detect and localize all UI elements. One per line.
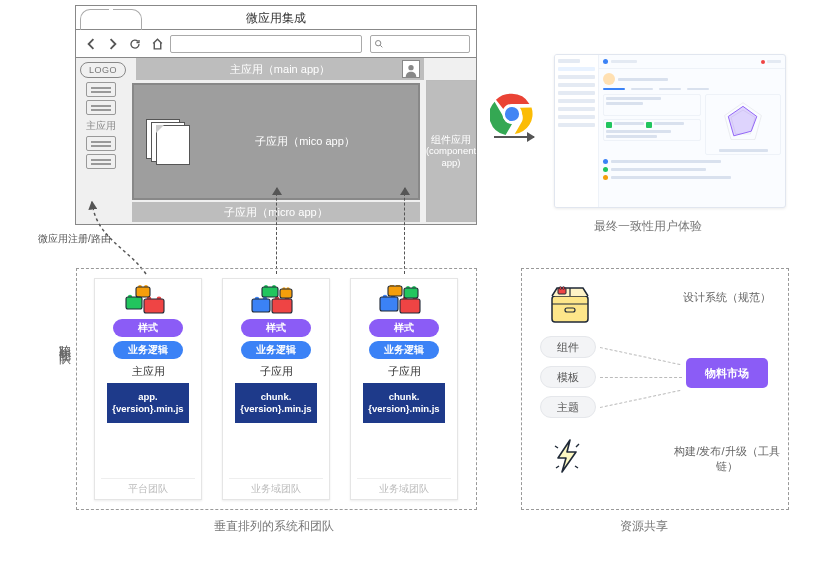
browser-toolbar xyxy=(76,30,476,58)
svg-marker-7 xyxy=(728,106,757,135)
app-name-label: 子应用 xyxy=(260,364,293,379)
svg-rect-36 xyxy=(380,297,398,311)
home-icon[interactable] xyxy=(148,35,166,53)
logic-pill: 业务逻辑 xyxy=(241,341,311,359)
main-app-label: 主应用（main app） xyxy=(136,58,424,80)
avatar-icon[interactable] xyxy=(402,60,420,78)
svg-rect-8 xyxy=(126,297,142,309)
team-column: 样式 业务逻辑 主应用 app.{version}.min.js 平台团队 xyxy=(94,278,202,500)
team-name: 业务域团队 xyxy=(229,478,323,497)
style-pill: 样式 xyxy=(241,319,311,337)
sidebar: 主应用 xyxy=(80,82,122,169)
bundle-box: chunk.{version}.min.js xyxy=(235,383,317,423)
svg-rect-29 xyxy=(280,289,292,298)
svg-rect-42 xyxy=(388,286,402,296)
sidebar-item[interactable] xyxy=(86,100,116,115)
register-route-label: 微应用注册/路由 xyxy=(38,232,111,246)
result-caption: 最终一致性用户体验 xyxy=(594,218,702,235)
mico-app-block: 子应用（mico app） xyxy=(132,83,420,200)
ds-pill-template: 模板 xyxy=(540,366,596,388)
preview-body xyxy=(599,69,785,207)
arrow-right-icon xyxy=(494,136,534,138)
svg-point-55 xyxy=(562,287,565,290)
refresh-icon[interactable] xyxy=(126,35,144,53)
documents-stack-icon xyxy=(146,119,192,165)
team-name: 业务域团队 xyxy=(357,478,451,497)
resources-caption: 资源共享 xyxy=(620,518,668,535)
svg-point-1 xyxy=(408,65,413,70)
teams-caption: 垂直排列的系统和团队 xyxy=(214,518,334,535)
sidebar-item[interactable] xyxy=(86,82,116,97)
url-input[interactable] xyxy=(170,35,362,53)
browser-title: 微应用集成 xyxy=(246,11,306,25)
preview-sidebar xyxy=(555,55,599,207)
bundle-box: app.{version}.min.js xyxy=(107,383,189,423)
svg-rect-20 xyxy=(252,299,270,312)
search-input[interactable] xyxy=(370,35,470,53)
arrow-col2-up xyxy=(276,188,277,274)
design-system-label: 设计系统（规范） xyxy=(672,290,782,305)
svg-point-0 xyxy=(376,40,381,45)
tab-curve-icon xyxy=(80,8,142,30)
logic-pill: 业务逻辑 xyxy=(113,341,183,359)
svg-rect-23 xyxy=(272,299,292,313)
ds-pill-theme: 主题 xyxy=(540,396,596,418)
app-name-label: 子应用 xyxy=(388,364,421,379)
app-name-label: 主应用 xyxy=(132,364,165,379)
search-icon xyxy=(374,39,384,49)
sidebar-label: 主应用 xyxy=(86,119,116,133)
svg-point-54 xyxy=(559,287,562,290)
logo-badge: LOGO xyxy=(80,62,126,78)
svg-rect-52 xyxy=(552,296,588,322)
browser-title-bar: 微应用集成 xyxy=(76,6,476,30)
component-app-label: 组件应用 (component app) xyxy=(426,80,476,222)
ds-pill-component: 组件 xyxy=(540,336,596,358)
bricks-icon xyxy=(378,285,430,315)
sidebar-item[interactable] xyxy=(86,136,116,151)
svg-rect-14 xyxy=(136,287,150,297)
style-pill: 样式 xyxy=(369,319,439,337)
bricks-icon xyxy=(122,285,174,315)
forward-icon[interactable] xyxy=(104,35,122,53)
result-preview xyxy=(554,54,786,208)
bundle-box: chunk.{version}.min.js xyxy=(363,383,445,423)
material-market-button[interactable]: 物料市场 xyxy=(686,358,768,388)
logic-pill: 业务逻辑 xyxy=(369,341,439,359)
preview-header xyxy=(599,55,785,69)
dotted-line xyxy=(600,377,682,378)
sidebar-item[interactable] xyxy=(86,154,116,169)
toolchain-label: 构建/发布/升级（工具链） xyxy=(672,444,782,475)
svg-rect-45 xyxy=(404,288,418,298)
lightning-icon xyxy=(552,438,582,474)
arrow-col3-up xyxy=(404,188,405,274)
back-icon[interactable] xyxy=(82,35,100,53)
chrome-icon xyxy=(490,92,534,136)
bricks-icon xyxy=(250,285,302,315)
component-box-icon xyxy=(548,284,592,324)
svg-rect-26 xyxy=(262,287,278,297)
team-column: 样式 业务逻辑 子应用 chunk.{version}.min.js 业务域团队 xyxy=(222,278,330,500)
team-name: 平台团队 xyxy=(101,478,195,497)
team-column: 样式 业务逻辑 子应用 chunk.{version}.min.js 业务域团队 xyxy=(350,278,458,500)
svg-rect-39 xyxy=(400,299,420,313)
cross-functional-label: 跨职能团队 xyxy=(56,335,73,345)
svg-rect-11 xyxy=(144,299,164,313)
style-pill: 样式 xyxy=(113,319,183,337)
mico-app-label: 子应用（mico app） xyxy=(204,134,406,149)
